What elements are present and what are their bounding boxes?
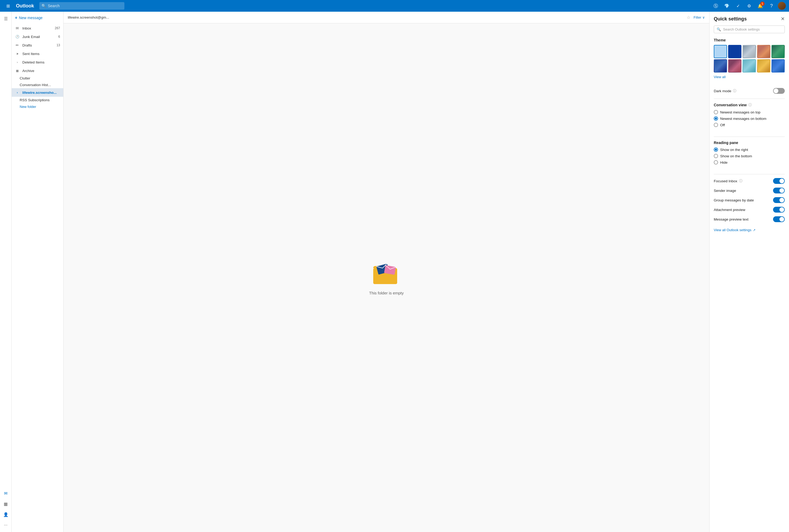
reading-hide-row[interactable]: Hide — [714, 160, 785, 165]
sidebar-item-drafts[interactable]: ✏ Drafts 13 — [12, 41, 63, 50]
sidebar-item-clutter[interactable]: Clutter — [12, 75, 63, 81]
conv-newest-top-row[interactable]: Newest messages on top — [714, 110, 785, 114]
divider-3 — [714, 174, 785, 174]
sidebar-item-deleted[interactable]: › Deleted Items — [12, 58, 63, 66]
theme-swatch-3[interactable] — [757, 45, 770, 58]
sidebar-item-archive[interactable]: ▦ Archive — [12, 66, 63, 75]
attachment-preview-toggle[interactable] — [773, 207, 785, 213]
junk-icon: 🕐 — [15, 35, 20, 39]
qs-search-input[interactable] — [723, 27, 782, 31]
attachment-preview-row: Attachment preview — [714, 207, 785, 213]
qs-conv-view-section: Conversation view ⓘ Newest messages on t… — [714, 102, 785, 131]
sidebar-item-sent[interactable]: ➤ Sent Items — [12, 50, 63, 58]
qs-reading-pane-section: Reading pane Show on the right Show on t… — [714, 140, 785, 168]
more-rail-button[interactable]: ··· — [1, 520, 11, 530]
rail-bottom: ✉ ▦ 👤 ··· — [1, 489, 11, 532]
sender-image-toggle[interactable] — [773, 188, 785, 193]
email-list-header: lifewire.screenshot@gm... ☆ Filter ∨ — [63, 12, 709, 23]
message-preview-row: Message preview text — [714, 216, 785, 222]
view-all-themes-link[interactable]: View all — [714, 75, 726, 79]
new-message-button[interactable]: + New message — [15, 14, 42, 21]
conv-newest-bottom-radio[interactable] — [714, 116, 718, 121]
qs-close-button[interactable]: ✕ — [781, 16, 785, 22]
content-area: lifewire.screenshot@gm... ☆ Filter ∨ — [63, 12, 709, 532]
lifewire-label: lifewire.screensho... — [22, 91, 60, 95]
sender-image-row: Sender image — [714, 188, 785, 193]
conv-newest-top-radio[interactable] — [714, 110, 718, 114]
skype-button[interactable]: Ⓢ — [711, 1, 720, 11]
attachment-preview-label: Attachment preview — [714, 208, 746, 212]
sidebar-item-conv-hist[interactable]: Conversation Hist... — [12, 81, 63, 88]
reading-right-row[interactable]: Show on the right — [714, 148, 785, 152]
inbox-label: Inbox — [22, 26, 52, 30]
reading-right-radio[interactable] — [714, 148, 718, 152]
focused-inbox-toggle[interactable] — [773, 178, 785, 184]
sent-icon: ➤ — [15, 52, 20, 56]
settings-button[interactable]: ⚙ — [744, 1, 754, 11]
new-folder-button[interactable]: New folder — [12, 103, 63, 110]
sidebar-item-rss[interactable]: RSS Subscriptions — [12, 97, 63, 103]
view-all-settings-link[interactable]: View all Outlook settings — [714, 228, 751, 232]
rss-label: RSS Subscriptions — [20, 98, 60, 102]
theme-swatch-7[interactable] — [743, 59, 756, 73]
new-message-label: New message — [19, 16, 42, 20]
group-messages-toggle[interactable] — [773, 197, 785, 203]
search-input[interactable] — [39, 2, 125, 10]
help-button[interactable]: ? — [767, 1, 776, 11]
dark-mode-info-icon[interactable]: ⓘ — [733, 89, 736, 93]
reading-hide-radio[interactable] — [714, 160, 718, 165]
filter-chevron-icon: ∨ — [702, 15, 705, 19]
hamburger-button[interactable]: ☰ — [1, 14, 11, 23]
notifications-button[interactable]: 🔔 5 — [755, 1, 765, 11]
avatar-image — [778, 2, 786, 10]
deleted-chevron-icon: › — [15, 61, 20, 64]
topbar-icons: Ⓢ 💎 ✓ ⚙ 🔔 5 ? — [711, 1, 786, 11]
star-button[interactable]: ☆ — [687, 15, 690, 20]
drafts-icon: ✏ — [15, 43, 20, 47]
sender-image-thumb — [779, 188, 784, 193]
theme-swatch-0[interactable] — [714, 45, 727, 58]
conv-off-row[interactable]: Off — [714, 123, 785, 127]
dark-mode-toggle[interactable] — [773, 88, 785, 94]
sidebar-header: + New message — [12, 12, 63, 24]
theme-swatch-9[interactable] — [771, 59, 785, 73]
theme-swatch-6[interactable] — [728, 59, 741, 73]
reading-bottom-radio[interactable] — [714, 154, 718, 158]
user-avatar[interactable] — [778, 2, 786, 10]
rewards-button[interactable]: 💎 — [722, 1, 732, 11]
lifewire-chevron-icon: › — [15, 91, 20, 94]
dark-mode-label-wrap: Dark mode ⓘ — [714, 89, 736, 93]
mail-rail-button[interactable]: ✉ — [1, 489, 11, 498]
focused-inbox-info-icon[interactable]: ⓘ — [739, 178, 743, 183]
sidebar-item-inbox[interactable]: ✉ Inbox 267 — [12, 24, 63, 33]
conv-off-radio[interactable] — [714, 123, 718, 127]
message-preview-toggle[interactable] — [773, 216, 785, 222]
theme-swatch-1[interactable] — [728, 45, 741, 58]
email-account-label: lifewire.screenshot@gm... — [68, 15, 683, 19]
deleted-label: Deleted Items — [22, 60, 60, 64]
theme-swatch-4[interactable] — [771, 45, 785, 58]
reading-bottom-label: Show on the bottom — [720, 154, 752, 158]
calendar-rail-button[interactable]: ▦ — [1, 499, 11, 509]
reading-bottom-row[interactable]: Show on the bottom — [714, 154, 785, 158]
qs-search-icon: 🔍 — [717, 27, 721, 31]
theme-swatch-2[interactable] — [743, 45, 756, 58]
people-rail-button[interactable]: 👤 — [1, 510, 11, 519]
notification-badge: 5 — [760, 2, 765, 6]
conv-hist-label: Conversation Hist... — [20, 83, 60, 87]
check-button[interactable]: ✓ — [733, 1, 743, 11]
conv-view-label: Conversation view — [714, 103, 747, 107]
qs-header: Quick settings ✕ — [714, 16, 785, 22]
focused-inbox-label: Focused Inbox — [714, 179, 737, 183]
sidebar-item-lifewire[interactable]: › lifewire.screensho... — [12, 88, 63, 97]
conv-view-info-icon[interactable]: ⓘ — [748, 102, 752, 107]
filter-button[interactable]: Filter ∨ — [694, 15, 705, 19]
app-grid-button[interactable]: ⊞ — [3, 1, 13, 11]
app-logo: Outlook — [16, 3, 34, 9]
sidebar-item-junk[interactable]: 🕐 Junk Email 6 — [12, 33, 63, 41]
conv-newest-bottom-row[interactable]: Newest messages on bottom — [714, 116, 785, 121]
theme-swatch-8[interactable] — [757, 59, 770, 73]
theme-swatch-5[interactable] — [714, 59, 727, 73]
attachment-preview-thumb — [779, 207, 784, 212]
group-messages-thumb — [779, 198, 784, 203]
